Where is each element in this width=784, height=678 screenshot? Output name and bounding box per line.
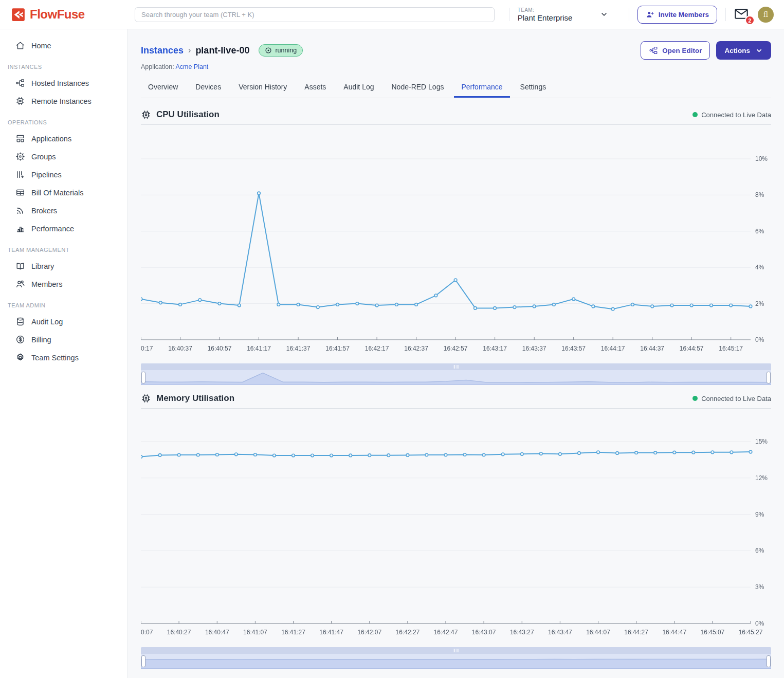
svg-text:16:42:17: 16:42:17 xyxy=(365,345,389,352)
search-input[interactable] xyxy=(135,7,495,22)
svg-text:16:44:37: 16:44:37 xyxy=(640,345,664,352)
team-label: TEAM: xyxy=(518,7,573,13)
home-icon xyxy=(15,41,25,50)
range-minimap[interactable] xyxy=(141,654,771,669)
audit-log-icon xyxy=(15,317,25,326)
sidebar-item-label: Performance xyxy=(31,225,74,233)
avatar[interactable]: fl xyxy=(758,7,774,23)
flowfuse-logo-icon xyxy=(11,8,25,22)
sidebar-item-applications[interactable]: Applications xyxy=(0,130,127,148)
range-handle-left[interactable] xyxy=(141,655,145,667)
flowfuse-logo[interactable]: FlowFuse xyxy=(0,7,127,22)
chevron-down-icon xyxy=(600,10,608,19)
sidebar-item-audit-log[interactable]: Audit Log xyxy=(0,313,127,331)
range-minimap[interactable] xyxy=(141,370,771,385)
editor-nodes-icon xyxy=(649,46,658,55)
live-dot-icon xyxy=(692,396,698,401)
sidebar-item-billing[interactable]: Billing xyxy=(0,331,127,349)
svg-text:0:07: 0:07 xyxy=(141,629,153,636)
tab-performance[interactable]: Performance xyxy=(454,78,509,98)
sidebar-item-bill-of-materials[interactable]: Bill Of Materials xyxy=(0,184,127,201)
svg-text:16:41:37: 16:41:37 xyxy=(286,345,311,352)
notification-badge: 2 xyxy=(745,15,755,25)
breadcrumb: Instances › plant-live-00 running Open E… xyxy=(141,41,771,60)
notifications-button[interactable]: 2 xyxy=(734,8,750,21)
application-label: Application: xyxy=(141,63,174,70)
sidebar-item-remote-instances[interactable]: Remote Instances xyxy=(0,92,127,110)
sidebar-item-hosted-instances[interactable]: Hosted Instances xyxy=(0,74,127,92)
range-grip-icon xyxy=(454,365,459,369)
tab-audit-log[interactable]: Audit Log xyxy=(336,78,381,98)
tab-devices[interactable]: Devices xyxy=(188,78,228,98)
memory-chart-range-slider[interactable] xyxy=(141,647,771,669)
tab-settings[interactable]: Settings xyxy=(513,78,554,98)
hosted-instances-icon xyxy=(15,78,25,88)
sidebar: HomeINSTANCESHosted InstancesRemote Inst… xyxy=(0,29,128,678)
svg-text:16:45:27: 16:45:27 xyxy=(739,629,763,636)
tab-overview[interactable]: Overview xyxy=(141,78,185,98)
sidebar-item-label: Pipelines xyxy=(31,171,62,179)
tab-assets[interactable]: Assets xyxy=(297,78,333,98)
svg-text:16:41:47: 16:41:47 xyxy=(319,629,343,636)
svg-text:16:44:47: 16:44:47 xyxy=(662,629,686,636)
cpu-utilisation-section: CPU Utilisation Connected to Live Data 0… xyxy=(141,109,771,385)
sidebar-section-title: OPERATIONS xyxy=(0,110,127,130)
tab-node-red-logs[interactable]: Node-RED Logs xyxy=(385,78,451,98)
top-header: FlowFuse TEAM: Plant Enterprise Invite M… xyxy=(0,0,784,29)
svg-text:16:44:27: 16:44:27 xyxy=(624,629,648,636)
instance-name: plant-live-00 xyxy=(195,45,249,56)
svg-text:16:43:47: 16:43:47 xyxy=(548,629,572,636)
open-editor-button[interactable]: Open Editor xyxy=(641,41,710,60)
svg-text:16:40:27: 16:40:27 xyxy=(167,629,191,636)
sidebar-item-library[interactable]: Library xyxy=(0,257,127,275)
bill-of-materials-icon xyxy=(15,188,25,197)
header-divider xyxy=(509,8,509,21)
actions-button[interactable]: Actions xyxy=(716,41,771,60)
sidebar-item-home[interactable]: Home xyxy=(0,36,127,54)
svg-text:8%: 8% xyxy=(755,191,764,198)
svg-text:9%: 9% xyxy=(755,511,764,518)
svg-text:12%: 12% xyxy=(755,474,768,482)
svg-text:16:41:27: 16:41:27 xyxy=(281,629,305,636)
sidebar-section-title: TEAM MANAGEMENT xyxy=(0,237,127,257)
sidebar-item-label: Brokers xyxy=(31,207,57,215)
range-minimap-area xyxy=(141,370,771,385)
svg-text:16:43:57: 16:43:57 xyxy=(561,345,586,352)
range-handle-right[interactable] xyxy=(767,372,771,383)
svg-text:6%: 6% xyxy=(755,228,764,235)
sidebar-item-groups[interactable]: Groups xyxy=(0,148,127,166)
team-selector[interactable]: TEAM: Plant Enterprise xyxy=(518,7,621,22)
open-editor-label: Open Editor xyxy=(662,47,702,54)
tab-version-history[interactable]: Version History xyxy=(231,78,294,98)
svg-text:16:42:37: 16:42:37 xyxy=(404,345,428,352)
range-handle-right[interactable] xyxy=(767,655,771,667)
sidebar-item-members[interactable]: Members xyxy=(0,275,127,293)
range-slider-bar[interactable] xyxy=(141,647,771,654)
status-badge: running xyxy=(259,44,303,57)
cpu-live-status: Connected to Live Data xyxy=(692,111,771,119)
memory-chip-icon xyxy=(141,393,151,404)
breadcrumb-instances-link[interactable]: Instances xyxy=(141,45,184,56)
sidebar-item-label: Applications xyxy=(31,135,71,143)
sidebar-item-pipelines[interactable]: Pipelines xyxy=(0,166,127,184)
range-handle-left[interactable] xyxy=(141,372,145,383)
sidebar-item-label: Members xyxy=(31,280,62,288)
application-line: Application: Acme Plant xyxy=(141,63,771,70)
header-divider xyxy=(629,8,629,21)
sidebar-item-label: Remote Instances xyxy=(31,97,92,105)
cpu-chart-range-slider[interactable] xyxy=(141,363,771,385)
svg-text:16:41:07: 16:41:07 xyxy=(243,629,267,636)
range-slider-bar[interactable] xyxy=(141,363,771,370)
actions-label: Actions xyxy=(724,47,750,54)
invite-members-button[interactable]: Invite Members xyxy=(637,6,717,24)
sidebar-item-team-settings[interactable]: Team Settings xyxy=(0,349,127,367)
invite-members-label: Invite Members xyxy=(659,11,709,19)
sidebar-item-performance[interactable]: Performance xyxy=(0,219,127,237)
remote-instances-icon xyxy=(15,96,25,106)
sidebar-item-brokers[interactable]: Brokers xyxy=(0,201,127,219)
svg-text:16:45:07: 16:45:07 xyxy=(701,629,725,636)
svg-text:16:42:57: 16:42:57 xyxy=(444,345,468,352)
svg-text:16:43:17: 16:43:17 xyxy=(483,345,507,352)
svg-text:0%: 0% xyxy=(755,336,764,343)
application-link[interactable]: Acme Plant xyxy=(175,63,208,70)
